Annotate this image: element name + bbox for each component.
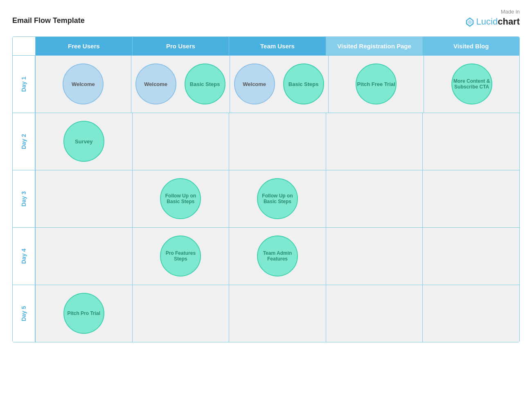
circle-followup-team: Follow Up on Basic Steps (257, 178, 298, 219)
cell-day2-free: Survey (35, 113, 132, 170)
cell-day4-team: Team Admin Features (229, 228, 326, 285)
cell-day5-reg (326, 285, 423, 342)
circle-basic-steps-team: Basic Steps (283, 63, 324, 104)
cell-day5-blog (422, 285, 519, 342)
email-flow-grid: Free Users Pro Users Team Users Visited … (12, 36, 520, 342)
row-day1: Day 1 Welcome Welcome Basic Steps Welcom… (13, 55, 519, 113)
cell-day1-free: Welcome (35, 56, 131, 113)
page-title: Email Flow Template (12, 16, 85, 25)
cell-day2-team (229, 113, 326, 170)
day4-label: Day 4 (20, 249, 27, 264)
circle-pitch-free-trial: Pitch Free Trial (356, 63, 397, 104)
cell-day1-blog: More Content & Subscribe CTA (424, 56, 519, 113)
col-header-free-users: Free Users (35, 37, 132, 55)
circle-team-admin: Team Admin Features (257, 236, 298, 276)
circle-survey: Survey (63, 121, 104, 162)
cell-day3-blog (422, 170, 519, 227)
cell-day1-reg: Pitch Free Trial (328, 56, 424, 113)
row-label-day2: Day 2 (13, 113, 35, 170)
cell-day5-free: Pitch Pro Trial (35, 285, 132, 342)
logo-area: Made in Lucidchart (464, 8, 520, 28)
cell-day5-team (229, 285, 326, 342)
circle-welcome-team: Welcome (234, 63, 275, 104)
cell-day4-pro: Pro Features Steps (132, 228, 229, 285)
col-header-visited-blog: Visited Blog (422, 37, 519, 55)
row-day4: Day 4 Pro Features Steps Team Admin Feat… (13, 227, 519, 285)
col-header-team-users: Team Users (229, 37, 326, 55)
circle-followup-pro: Follow Up on Basic Steps (160, 178, 201, 219)
logo-text: Lucidchart (476, 16, 520, 28)
lucidchart-logo: Lucidchart (464, 16, 520, 28)
row-day3: Day 3 Follow Up on Basic Steps Follow Up… (13, 170, 519, 227)
cell-day3-pro: Follow Up on Basic Steps (132, 170, 229, 227)
row-label-day4: Day 4 (13, 228, 35, 285)
day1-label: Day 1 (20, 77, 27, 92)
col-header-pro-users: Pro Users (132, 37, 229, 55)
day3-label: Day 3 (20, 191, 27, 206)
column-headers: Free Users Pro Users Team Users Visited … (13, 37, 519, 55)
made-in-text: Made in (464, 8, 520, 16)
row-label-day3: Day 3 (13, 170, 35, 227)
cell-day3-team: Follow Up on Basic Steps (229, 170, 326, 227)
cell-day4-free (35, 228, 132, 285)
cell-day3-reg (326, 170, 423, 227)
header: Email Flow Template Made in Lucidchart (12, 8, 520, 28)
cell-day2-blog (422, 113, 519, 170)
header-spacer (13, 37, 35, 55)
logo-chart: chart (498, 16, 520, 27)
logo-lucid: Lucid (476, 16, 498, 27)
row-label-day5: Day 5 (13, 285, 35, 342)
circle-more-content: More Content & Subscribe CTA (451, 63, 492, 104)
cell-day1-pro: Welcome Basic Steps (131, 56, 230, 113)
circle-welcome-pro: Welcome (135, 63, 176, 104)
day2-label: Day 2 (20, 134, 27, 149)
cell-day4-reg (326, 228, 423, 285)
cell-day3-free (35, 170, 132, 227)
cell-day2-pro (132, 113, 229, 170)
day5-label: Day 5 (20, 306, 27, 321)
lucidchart-icon (464, 16, 476, 28)
circle-basic-steps-pro: Basic Steps (185, 63, 225, 104)
cell-day2-reg (326, 113, 423, 170)
cell-day1-team: Welcome Basic Steps (230, 56, 328, 113)
circle-pitch-pro-trial: Pitch Pro Trial (63, 293, 104, 334)
row-label-day1: Day 1 (13, 56, 35, 113)
cell-day5-pro (132, 285, 229, 342)
row-day5: Day 5 Pitch Pro Trial (13, 285, 519, 342)
circle-pro-features: Pro Features Steps (160, 236, 201, 276)
page: Email Flow Template Made in Lucidchart F… (0, 0, 532, 401)
circle-welcome-free: Welcome (63, 63, 104, 104)
row-day2: Day 2 Survey (13, 113, 519, 170)
col-header-visited-reg: Visited Registration Page (326, 37, 423, 55)
cell-day4-blog (422, 228, 519, 285)
